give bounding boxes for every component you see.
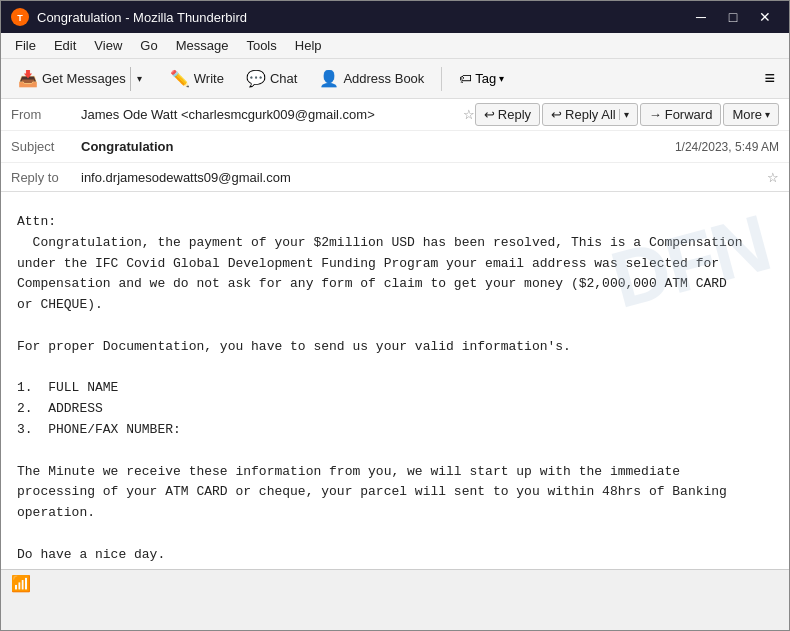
toolbar: 📥 Get Messages ▾ ✏️ Write 💬 Chat 👤 Addre…	[1, 59, 789, 99]
menu-view[interactable]: View	[86, 36, 130, 55]
chat-label: Chat	[270, 71, 297, 86]
email-header: From James Ode Watt <charlesmcgurk009@gm…	[1, 99, 789, 192]
address-book-button[interactable]: 👤 Address Book	[310, 64, 433, 93]
reply-all-dropdown[interactable]: ▾	[619, 109, 629, 120]
replyto-star-icon[interactable]: ☆	[767, 170, 779, 185]
get-messages-button[interactable]: 📥 Get Messages ▾	[9, 62, 157, 96]
replyto-label: Reply to	[11, 170, 81, 185]
forward-button[interactable]: → Forward	[640, 103, 722, 126]
menu-go[interactable]: Go	[132, 36, 165, 55]
email-date: 1/24/2023, 5:49 AM	[675, 140, 779, 154]
window-controls: ─ □ ✕	[687, 7, 779, 27]
replyto-value: info.drjamesodewatts09@gmail.com	[81, 170, 761, 185]
tag-dropdown-icon: ▾	[499, 73, 504, 84]
tag-button[interactable]: 🏷 Tag ▾	[450, 67, 513, 90]
address-book-label: Address Book	[343, 71, 424, 86]
tag-label: Tag	[475, 71, 496, 86]
reply-all-icon: ↩	[551, 107, 562, 122]
svg-text:T: T	[17, 13, 23, 23]
menu-edit[interactable]: Edit	[46, 36, 84, 55]
menubar: File Edit View Go Message Tools Help	[1, 33, 789, 59]
statusbar: 📶	[1, 569, 789, 597]
reply-all-label: Reply All	[565, 107, 616, 122]
subject-value: Congratulation	[81, 139, 675, 154]
app-icon: T	[11, 8, 29, 26]
write-button[interactable]: ✏️ Write	[161, 64, 233, 93]
maximize-button[interactable]: □	[719, 7, 747, 27]
from-row: From James Ode Watt <charlesmcgurk009@gm…	[1, 99, 789, 131]
write-icon: ✏️	[170, 69, 190, 88]
chat-button[interactable]: 💬 Chat	[237, 64, 306, 93]
get-messages-icon: 📥	[18, 69, 38, 88]
forward-label: Forward	[665, 107, 713, 122]
minimize-button[interactable]: ─	[687, 7, 715, 27]
menu-tools[interactable]: Tools	[238, 36, 284, 55]
hamburger-menu[interactable]: ≡	[758, 64, 781, 93]
subject-row: Subject Congratulation 1/24/2023, 5:49 A…	[1, 131, 789, 163]
email-actions: ↩ Reply ↩ Reply All ▾ → Forward More ▾	[475, 103, 779, 126]
address-book-icon: 👤	[319, 69, 339, 88]
more-label: More	[732, 107, 762, 122]
reply-label: Reply	[498, 107, 531, 122]
more-dropdown-icon: ▾	[765, 109, 770, 120]
reply-button[interactable]: ↩ Reply	[475, 103, 540, 126]
email-body: DFN Attn: Congratulation, the payment of…	[1, 192, 789, 569]
write-label: Write	[194, 71, 224, 86]
chat-icon: 💬	[246, 69, 266, 88]
reply-icon: ↩	[484, 107, 495, 122]
menu-file[interactable]: File	[7, 36, 44, 55]
reply-all-button[interactable]: ↩ Reply All ▾	[542, 103, 638, 126]
from-value: James Ode Watt <charlesmcgurk009@gmail.c…	[81, 107, 457, 122]
email-body-text: Attn: Congratulation, the payment of you…	[17, 212, 773, 569]
replyto-row: Reply to info.drjamesodewatts09@gmail.co…	[1, 163, 789, 191]
subject-label: Subject	[11, 139, 81, 154]
from-label: From	[11, 107, 81, 122]
more-button[interactable]: More ▾	[723, 103, 779, 126]
toolbar-separator	[441, 67, 442, 91]
forward-icon: →	[649, 107, 662, 122]
get-messages-label: Get Messages	[42, 71, 126, 86]
wifi-icon: 📶	[11, 574, 31, 593]
get-messages-dropdown[interactable]: ▾	[130, 67, 148, 91]
menu-message[interactable]: Message	[168, 36, 237, 55]
titlebar: T Congratulation - Mozilla Thunderbird ─…	[1, 1, 789, 33]
close-button[interactable]: ✕	[751, 7, 779, 27]
star-icon[interactable]: ☆	[463, 107, 475, 122]
menu-help[interactable]: Help	[287, 36, 330, 55]
window-title: Congratulation - Mozilla Thunderbird	[37, 10, 247, 25]
titlebar-left: T Congratulation - Mozilla Thunderbird	[11, 8, 247, 26]
tag-icon: 🏷	[459, 71, 472, 86]
